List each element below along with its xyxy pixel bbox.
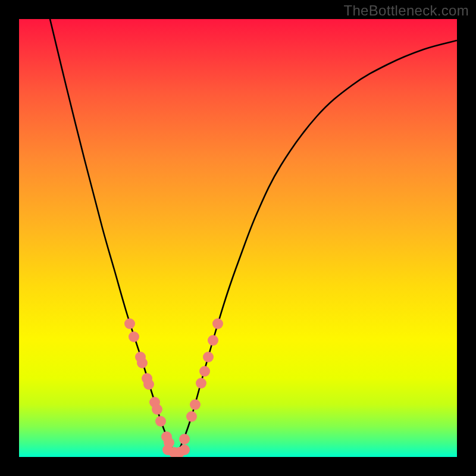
bottleneck-curve — [50, 19, 457, 453]
highlight-dot — [212, 318, 223, 329]
highlight-dot — [152, 404, 162, 415]
highlight-dot — [186, 411, 197, 422]
chart-frame: TheBottleneck.com — [0, 0, 476, 476]
watermark-text: TheBottleneck.com — [343, 2, 469, 19]
highlight-dot — [143, 379, 154, 390]
chart-svg — [19, 19, 457, 457]
highlight-dot — [208, 335, 218, 346]
highlight-dot — [203, 352, 214, 362]
highlight-dots-group — [124, 318, 223, 457]
highlight-dot — [179, 434, 190, 444]
highlight-dot — [179, 444, 190, 455]
highlight-dot — [199, 366, 210, 377]
highlight-dot — [124, 318, 135, 329]
highlight-dot — [190, 399, 201, 410]
highlight-dot — [129, 331, 139, 342]
highlight-dot — [137, 358, 148, 368]
highlight-dot — [155, 416, 166, 427]
plot-area — [19, 19, 457, 457]
highlight-dot — [196, 378, 206, 389]
